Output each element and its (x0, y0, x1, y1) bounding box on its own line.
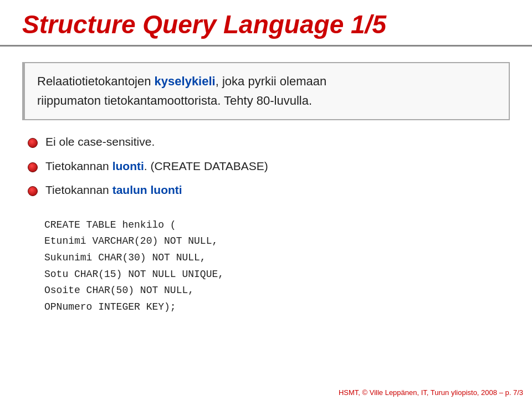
red-circle-icon-3 (28, 186, 38, 196)
bullet-list: Ei ole case-sensitive. Tietokannan luont… (22, 134, 510, 200)
bullet-icon-1 (28, 136, 38, 152)
bullet-3-highlight: taulun luonti (112, 183, 182, 196)
bullet-text-1: Ei ole case-sensitive. (45, 134, 155, 150)
intro-highlight: kyselykieli (155, 74, 216, 88)
bullet-2-highlight: luonti (112, 160, 144, 172)
bullet-1-prefix: Ei ole case-sensitive. (45, 135, 155, 148)
main-content: Relaatiotietokantojen kyselykieli, joka … (0, 47, 532, 400)
code-block: CREATE TABLE henkilo ( Etunimi VARCHAR(2… (22, 213, 510, 320)
footer: HSMT, © Ville Leppänen, IT, Turun yliopi… (339, 388, 523, 397)
bullet-icon-3 (28, 184, 38, 200)
header: Structure Query Language 1/5 (0, 0, 532, 47)
red-circle-icon-1 (28, 138, 38, 148)
slide-title: Structure Query Language 1/5 (22, 10, 510, 39)
bullet-item-3: Tietokannan taulun luonti (28, 182, 510, 200)
bullet-2-suffix: . (CREATE DATABASE) (144, 160, 268, 172)
intro-box: Relaatiotietokantojen kyselykieli, joka … (22, 62, 510, 121)
code-line-6: OPNumero INTEGER KEY); (44, 299, 504, 316)
bullet-text-2: Tietokannan luonti. (CREATE DATABASE) (45, 158, 268, 174)
intro-prefix: Relaatiotietokantojen (37, 74, 155, 88)
intro-suffix: , joka pyrkii olemaan (216, 74, 327, 88)
code-line-1: CREATE TABLE henkilo ( (44, 217, 504, 234)
code-line-4: Sotu CHAR(15) NOT NULL UNIQUE, (44, 266, 504, 283)
intro-line2: riippumaton tietokantamoottorista. Tehty… (37, 93, 497, 110)
bullet-2-prefix: Tietokannan (45, 160, 112, 172)
footer-text: HSMT, © Ville Leppänen, IT, Turun yliopi… (339, 388, 523, 397)
bullet-item-2: Tietokannan luonti. (CREATE DATABASE) (28, 158, 510, 176)
red-circle-icon-2 (28, 162, 38, 172)
bullet-text-3: Tietokannan taulun luonti (45, 182, 182, 198)
bullet-3-prefix: Tietokannan (45, 183, 112, 196)
code-line-3: Sukunimi CHAR(30) NOT NULL, (44, 250, 504, 266)
code-line-2: Etunimi VARCHAR(20) NOT NULL, (44, 233, 504, 250)
intro-line1: Relaatiotietokantojen kyselykieli, joka … (37, 73, 497, 90)
bullet-icon-2 (28, 160, 38, 176)
bullet-item-1: Ei ole case-sensitive. (28, 134, 510, 152)
code-line-5: Osoite CHAR(50) NOT NULL, (44, 283, 504, 299)
